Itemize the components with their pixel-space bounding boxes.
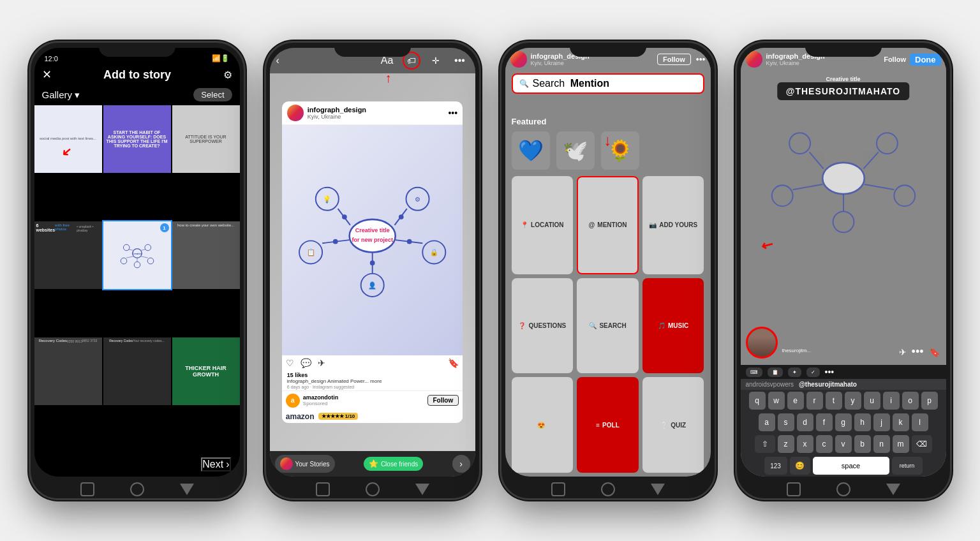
p4-icon-more[interactable]: ••• bbox=[825, 367, 835, 377]
p2-transform-icon[interactable]: ✛ bbox=[427, 52, 445, 70]
thumb-5-selected[interactable]: Creative 1 bbox=[103, 221, 171, 289]
thumb-6[interactable]: how to create your own website... bbox=[172, 221, 240, 289]
p3-tag-quiz[interactable]: ❔ QUIZ bbox=[642, 377, 704, 473]
p3-follow-btn[interactable]: Follow bbox=[657, 54, 691, 65]
p1-gallery-label[interactable]: Gallery ▾ bbox=[42, 89, 80, 101]
p2-your-stories-label: Your Stories bbox=[295, 461, 330, 468]
thumb-7[interactable]: Recovery Codes 6358 9913 9852 3733 bbox=[34, 337, 102, 405]
p1-select-btn[interactable]: Select bbox=[193, 88, 232, 101]
key-h[interactable]: h bbox=[854, 413, 871, 431]
svg-text:👤: 👤 bbox=[368, 281, 376, 290]
p1-next-btn[interactable]: Next › bbox=[201, 457, 230, 471]
key-d[interactable]: d bbox=[797, 413, 813, 431]
p4-send-icon[interactable]: ✈ bbox=[899, 347, 907, 357]
key-v[interactable]: v bbox=[835, 435, 852, 453]
p2-your-stories-btn[interactable]: Your Stories bbox=[275, 455, 335, 473]
key-p[interactable]: p bbox=[921, 392, 938, 410]
p4-icon-box-3[interactable]: ✦ bbox=[788, 367, 801, 377]
p2-notch bbox=[334, 43, 411, 57]
p4-top-icons: ⌨ 📋 ✦ ✓ ••• bbox=[741, 365, 946, 379]
key-shift[interactable]: ⇧ bbox=[755, 435, 775, 453]
p2-follow-btn[interactable]: Follow bbox=[427, 395, 459, 406]
thumb-3[interactable]: ATTITUDE IS YOUR SUPERPOWER bbox=[172, 105, 240, 173]
key-f[interactable]: f bbox=[816, 413, 833, 431]
p4-suggestion-1[interactable]: androidsvpowers bbox=[746, 381, 794, 388]
p4-icon-box-1[interactable]: ⌨ bbox=[746, 367, 762, 377]
key-backspace[interactable]: ⌫ bbox=[912, 435, 932, 453]
p4-icon-box-2[interactable]: 📋 bbox=[768, 367, 783, 377]
p3-tag-poll[interactable]: ≡ POLL bbox=[577, 377, 639, 473]
key-q[interactable]: q bbox=[749, 392, 766, 410]
p3-tag-mention[interactable]: @ MENTION bbox=[577, 176, 639, 274]
p3-tag-questions[interactable]: ❓ QUESTIONS bbox=[512, 278, 574, 374]
key-return[interactable]: return bbox=[892, 457, 923, 475]
key-k[interactable]: k bbox=[893, 413, 909, 431]
key-t[interactable]: t bbox=[826, 392, 842, 410]
key-emoji[interactable]: 😊 bbox=[790, 457, 810, 475]
key-y[interactable]: y bbox=[845, 392, 861, 410]
key-z[interactable]: z bbox=[778, 435, 794, 453]
p2-post-header: infograph_design Kyiv, Ukraine ••• bbox=[282, 101, 463, 125]
p2-back-btn[interactable]: ‹ bbox=[276, 55, 279, 66]
p2-home-square bbox=[316, 482, 330, 496]
thumb-2[interactable]: START THE HABIT OF ASKING YOURSELF: DOES… bbox=[103, 105, 171, 173]
p4-bookmark-icon[interactable]: 🔖 bbox=[929, 347, 940, 357]
svg-text:Creative title: Creative title bbox=[355, 228, 389, 234]
p2-user-info: infograph_design Kyiv, Ukraine bbox=[308, 106, 366, 120]
p4-mention-box[interactable]: @THESUROJITMAHATO bbox=[777, 82, 909, 100]
key-n[interactable]: n bbox=[873, 435, 890, 453]
p3-vol-2 bbox=[500, 148, 501, 170]
key-o[interactable]: o bbox=[902, 392, 919, 410]
p4-home-bar bbox=[737, 480, 950, 498]
key-x[interactable]: x bbox=[797, 435, 813, 453]
key-123[interactable]: 123 bbox=[764, 457, 787, 475]
key-u[interactable]: u bbox=[864, 392, 880, 410]
key-g[interactable]: g bbox=[835, 413, 852, 431]
p3-tag-addyours[interactable]: 📷 ADD YOURS bbox=[642, 176, 704, 274]
p4-done-btn[interactable]: Done bbox=[910, 54, 941, 66]
thumb-1[interactable]: social media post with text lines... bbox=[34, 105, 102, 173]
p2-home-bar bbox=[266, 480, 479, 498]
thumb-8[interactable]: Recovery Codes Your recovery codes... bbox=[103, 337, 171, 405]
p1-settings-icon[interactable]: ⚙ bbox=[223, 69, 232, 81]
key-space[interactable]: space bbox=[813, 457, 889, 475]
key-a[interactable]: a bbox=[759, 413, 775, 431]
p3-tag-search[interactable]: 🔍 SEARCH bbox=[577, 278, 639, 374]
p4-dots-icon[interactable]: ••• bbox=[912, 345, 924, 359]
key-c[interactable]: c bbox=[816, 435, 833, 453]
key-j[interactable]: j bbox=[873, 413, 890, 431]
p1-sub-header: Gallery ▾ Select bbox=[34, 85, 240, 105]
key-e[interactable]: e bbox=[787, 392, 804, 410]
p3-tag-location[interactable]: 📍 LOCATION bbox=[512, 176, 574, 274]
p4-suggestion-2[interactable]: @thesurojitmahato bbox=[799, 381, 857, 388]
p2-more-icon[interactable]: ••• bbox=[451, 52, 469, 70]
key-b[interactable]: b bbox=[854, 435, 871, 453]
p3-home-square bbox=[551, 482, 565, 496]
p3-tag-music[interactable]: 🎵 MUSIC bbox=[642, 278, 704, 374]
thumb-9[interactable]: THICKER HAIR GROWTH bbox=[172, 337, 240, 405]
p3-power bbox=[715, 132, 716, 170]
p3-more-icon[interactable]: ••• bbox=[696, 54, 706, 64]
key-w[interactable]: w bbox=[768, 392, 785, 410]
key-i[interactable]: i bbox=[883, 392, 900, 410]
p3-search-bar[interactable]: 🔍 Search Mention bbox=[512, 73, 704, 94]
p2-share-icon[interactable]: ✈ bbox=[318, 358, 325, 368]
p2-post-preview: infograph_design Kyiv, Ukraine ••• Creat… bbox=[282, 101, 463, 422]
p4-icon-box-4[interactable]: ✓ bbox=[806, 367, 820, 377]
p2-close-friends-btn[interactable]: ⭐ Close friends bbox=[364, 457, 423, 471]
p2-forward-btn[interactable]: › bbox=[452, 455, 470, 473]
svg-point-35 bbox=[822, 163, 865, 194]
key-s[interactable]: s bbox=[778, 413, 794, 431]
p2-comment-icon[interactable]: 💬 bbox=[301, 358, 311, 368]
thumb-4[interactable]: 6 websites with free photos • unsplash •… bbox=[34, 221, 102, 289]
p2-more[interactable]: ••• bbox=[448, 108, 457, 118]
key-m[interactable]: m bbox=[893, 435, 909, 453]
p4-follow-btn[interactable]: Follow bbox=[884, 56, 906, 63]
p2-bookmark-icon[interactable]: 🔖 bbox=[448, 358, 459, 368]
key-l[interactable]: l bbox=[912, 413, 928, 431]
key-r[interactable]: r bbox=[806, 392, 823, 410]
p3-tag-emoji[interactable]: 😍 bbox=[512, 377, 574, 473]
p2-like-icon[interactable]: ♡ bbox=[286, 358, 294, 368]
p4-avatar-face bbox=[748, 329, 776, 357]
p1-close-icon[interactable]: ✕ bbox=[42, 68, 52, 82]
